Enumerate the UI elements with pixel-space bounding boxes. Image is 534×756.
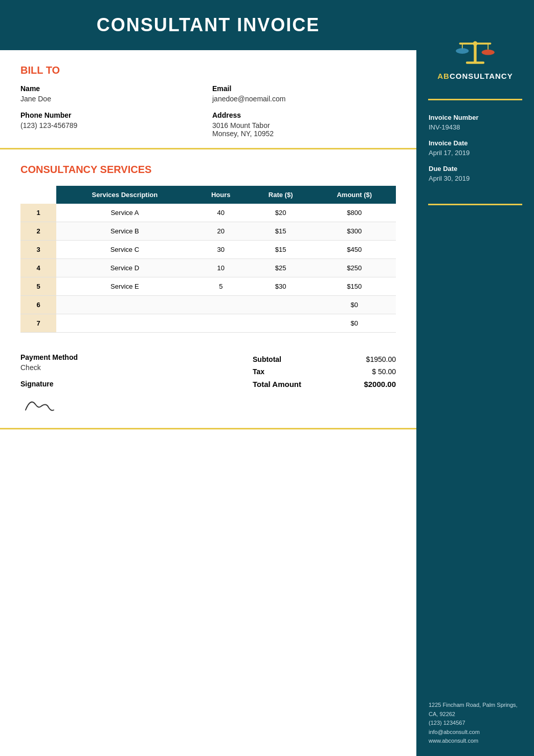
- row-description: Service C: [56, 241, 193, 259]
- svg-point-3: [473, 41, 478, 46]
- row-hours: 20: [193, 222, 249, 241]
- services-section: CONSULTANCY SERVICES Services Descriptio…: [0, 149, 416, 343]
- row-amount: $0: [313, 314, 396, 333]
- name-value: Jane Doe: [20, 95, 204, 103]
- svg-point-7: [482, 50, 495, 55]
- due-date-value: April 30, 2019: [429, 175, 522, 182]
- invoice-title: CONSULTANT INVOICE: [10, 14, 406, 36]
- address-field: Address 3016 Mount Tabor Monsey, NY, 109…: [212, 111, 396, 138]
- logo-ab: AB: [437, 72, 450, 80]
- row-num: 3: [20, 241, 56, 259]
- col-rate: Rate ($): [249, 186, 313, 204]
- phone-label: Phone Number: [20, 111, 204, 119]
- row-hours: [193, 296, 249, 314]
- bottom-space: [0, 435, 416, 756]
- bill-to-section: BILL TO Name Jane Doe Email janedoe@noem…: [0, 50, 416, 149]
- phone-field: Phone Number (123) 123-456789: [20, 111, 204, 138]
- subtotal-value: $1950.00: [366, 355, 396, 363]
- row-num: 1: [20, 204, 56, 222]
- signature-label: Signature: [20, 380, 171, 388]
- table-row: 5 Service E 5 $30 $150: [20, 277, 396, 296]
- row-description: [56, 314, 193, 333]
- invoice-header: CONSULTANT INVOICE: [0, 0, 416, 50]
- footer-phone: (123) 1234567: [429, 719, 522, 728]
- due-date-label: Due Date: [429, 165, 522, 172]
- row-num: 6: [20, 296, 56, 314]
- row-description: Service A: [56, 204, 193, 222]
- scale-icon: [452, 26, 498, 72]
- main-content: CONSULTANT INVOICE BILL TO Name Jane Doe…: [0, 0, 416, 756]
- row-rate: $25: [249, 259, 313, 277]
- row-rate: $20: [249, 204, 313, 222]
- row-amount: $800: [313, 204, 396, 222]
- col-hours: Hours: [193, 186, 249, 204]
- row-description: Service D: [56, 259, 193, 277]
- sidebar-logo-area: ABCONSULTANCY: [416, 0, 534, 91]
- address-value2: Monsey, NY, 10952: [212, 129, 396, 138]
- table-row: 1 Service A 40 $20 $800: [20, 204, 396, 222]
- invoice-date-label: Invoice Date: [429, 139, 522, 147]
- signature-svg: [20, 392, 61, 418]
- sidebar-invoice-info: Invoice Number INV-19438 Invoice Date Ap…: [416, 109, 534, 196]
- services-title: CONSULTANCY SERVICES: [20, 164, 396, 176]
- address-label: Address: [212, 111, 396, 119]
- table-row: 6 $0: [20, 296, 396, 314]
- name-label: Name: [20, 84, 204, 93]
- bill-to-title: BILL TO: [20, 64, 396, 76]
- row-rate: $15: [249, 241, 313, 259]
- row-num: 5: [20, 277, 56, 296]
- row-rate: [249, 296, 313, 314]
- row-amount: $450: [313, 241, 396, 259]
- email-value: janedoe@noemail.com: [212, 95, 396, 103]
- footer-address: 1225 Fincham Road, Palm Springs, CA, 922…: [429, 701, 522, 719]
- table-row: 3 Service C 30 $15 $450: [20, 241, 396, 259]
- row-amount: $250: [313, 259, 396, 277]
- row-hours: 5: [193, 277, 249, 296]
- total-amount-value: $2000.00: [364, 380, 396, 388]
- sidebar-divider-bottom: [428, 204, 522, 205]
- row-hours: 40: [193, 204, 249, 222]
- name-field: Name Jane Doe: [20, 84, 204, 103]
- tax-value: $ 50.00: [372, 368, 396, 376]
- row-amount: $0: [313, 296, 396, 314]
- footer-website: www.abconsult.com: [429, 737, 522, 746]
- row-num: 2: [20, 222, 56, 241]
- phone-value: (123) 123-456789: [20, 121, 204, 129]
- svg-rect-1: [466, 61, 484, 64]
- payment-method-value: Check: [20, 363, 171, 372]
- table-row: 2 Service B 20 $15 $300: [20, 222, 396, 241]
- row-rate: $15: [249, 222, 313, 241]
- tax-row: Tax $ 50.00: [253, 368, 396, 376]
- invoice-date-value: April 17, 2019: [429, 149, 522, 157]
- row-hours: 30: [193, 241, 249, 259]
- services-table: Services Description Hours Rate ($) Amou…: [20, 186, 396, 333]
- table-row: 7 $0: [20, 314, 396, 333]
- svg-point-6: [456, 48, 469, 54]
- bill-to-grid: Name Jane Doe Email janedoe@noemail.com …: [20, 84, 396, 138]
- sidebar: ABCONSULTANCY Invoice Number INV-19438 I…: [416, 0, 534, 756]
- row-rate: [249, 314, 313, 333]
- total-amount-label: Total Amount: [253, 380, 301, 388]
- row-hours: [193, 314, 249, 333]
- sidebar-footer: 1225 Fincham Road, Palm Springs, CA, 922…: [416, 690, 534, 756]
- svg-rect-0: [474, 44, 476, 62]
- row-hours: 10: [193, 259, 249, 277]
- table-row: 4 Service D 10 $25 $250: [20, 259, 396, 277]
- subtotal-label: Subtotal: [253, 355, 281, 363]
- row-num: 4: [20, 259, 56, 277]
- payment-totals: Subtotal $1950.00 Tax $ 50.00 Total Amou…: [171, 353, 396, 393]
- col-description: Services Description: [56, 186, 193, 204]
- row-description: Service E: [56, 277, 193, 296]
- payment-section: Payment Method Check Signature Subtotal …: [0, 343, 416, 429]
- row-amount: $300: [313, 222, 396, 241]
- email-field: Email janedoe@noemail.com: [212, 84, 396, 103]
- tax-label: Tax: [253, 368, 264, 376]
- row-description: [56, 296, 193, 314]
- address-value: 3016 Mount Tabor: [212, 121, 396, 129]
- subtotal-row: Subtotal $1950.00: [253, 355, 396, 363]
- row-description: Service B: [56, 222, 193, 241]
- logo-text: ABCONSULTANCY: [437, 72, 513, 80]
- sidebar-divider-top: [428, 99, 522, 100]
- total-amount-row: Total Amount $2000.00: [253, 380, 396, 388]
- invoice-number-value: INV-19438: [429, 123, 522, 131]
